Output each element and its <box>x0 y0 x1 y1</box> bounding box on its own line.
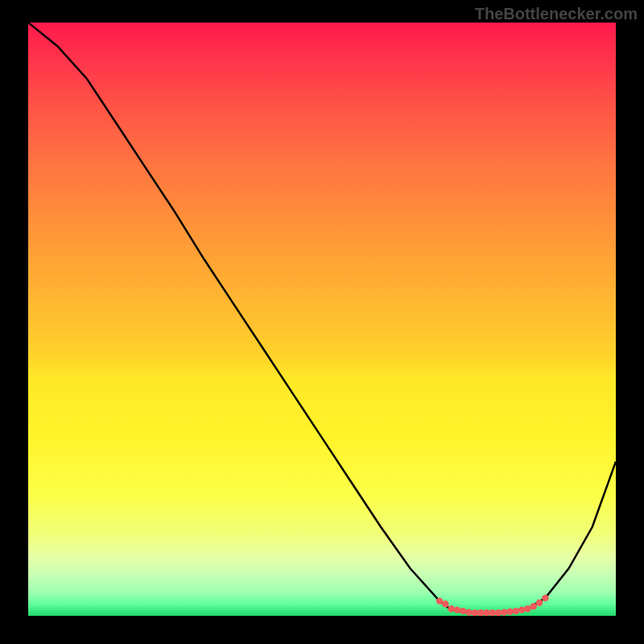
plot-area <box>28 23 616 616</box>
svg-point-18 <box>542 595 548 601</box>
svg-point-11 <box>501 609 507 615</box>
chart-container: TheBottlenecker.com <box>0 0 644 644</box>
svg-point-2 <box>448 605 454 612</box>
svg-point-8 <box>483 609 489 616</box>
svg-point-12 <box>506 609 513 615</box>
svg-point-10 <box>495 609 502 616</box>
svg-point-16 <box>530 603 537 609</box>
svg-point-1 <box>442 601 448 607</box>
svg-point-7 <box>477 609 484 616</box>
curve-svg <box>28 23 616 616</box>
svg-point-15 <box>524 605 530 612</box>
svg-point-0 <box>436 597 443 604</box>
svg-point-5 <box>465 609 472 615</box>
svg-point-6 <box>472 609 478 616</box>
svg-point-13 <box>513 608 519 614</box>
svg-point-17 <box>536 600 543 606</box>
bottleneck-curve-line <box>28 23 616 613</box>
svg-point-4 <box>460 608 466 614</box>
svg-point-14 <box>518 606 525 613</box>
watermark-text: TheBottlenecker.com <box>475 5 638 23</box>
sweet-spot-dots <box>436 595 549 616</box>
svg-point-9 <box>489 609 496 616</box>
svg-point-3 <box>454 606 460 613</box>
